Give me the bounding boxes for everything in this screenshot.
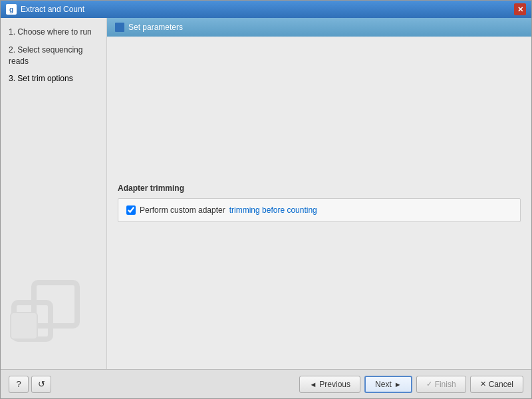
checkbox-label-part2: trimming before counting bbox=[229, 205, 317, 215]
panel-content: Adapter trimming Perform custom adapter … bbox=[107, 37, 531, 369]
adapter-section-title: Adapter trimming bbox=[118, 184, 521, 193]
svg-rect-2 bbox=[11, 313, 37, 339]
footer-right: ◄ Previous Next ► ✓ Finish ✕ Cancel bbox=[299, 376, 523, 393]
panel-header-icon bbox=[115, 23, 124, 32]
sidebar: 1. Choose where to run 2. Select sequenc… bbox=[1, 18, 107, 369]
sidebar-item-set-trim[interactable]: 3. Set trim options bbox=[1, 70, 106, 88]
finish-icon: ✓ bbox=[426, 380, 432, 388]
next-icon: ► bbox=[394, 380, 402, 388]
close-button[interactable]: ✕ bbox=[514, 3, 526, 15]
content-area: 1. Choose where to run 2. Select sequenc… bbox=[1, 18, 531, 369]
adapter-section-box: Perform custom adapter trimming before c… bbox=[118, 198, 521, 222]
title-bar-left: g Extract and Count bbox=[6, 4, 84, 15]
cancel-icon: ✕ bbox=[480, 380, 486, 388]
adapter-trimming-checkbox[interactable] bbox=[126, 205, 136, 215]
help-button[interactable]: ? bbox=[9, 376, 29, 393]
window-title: Extract and Count bbox=[21, 5, 84, 14]
panel-title: Set parameters bbox=[128, 23, 183, 32]
previous-button[interactable]: ◄ Previous bbox=[299, 376, 360, 393]
previous-icon: ◄ bbox=[309, 380, 317, 388]
adapter-checkbox-row: Perform custom adapter trimming before c… bbox=[126, 205, 512, 215]
adapter-section: Adapter trimming Perform custom adapter … bbox=[118, 184, 521, 222]
sidebar-items: 1. Choose where to run 2. Select sequenc… bbox=[1, 18, 107, 93]
app-icon: g bbox=[6, 4, 17, 15]
main-panel: Set parameters Adapter trimming Perform … bbox=[107, 18, 531, 369]
previous-label: Previous bbox=[319, 380, 350, 389]
footer-left: ? ↺ bbox=[9, 376, 51, 393]
finish-label: Finish bbox=[435, 380, 456, 389]
sidebar-item-choose-where[interactable]: 1. Choose where to run bbox=[1, 23, 106, 41]
panel-header: Set parameters bbox=[107, 18, 531, 37]
finish-button[interactable]: ✓ Finish bbox=[416, 376, 466, 393]
checkbox-label-part1: Perform custom adapter bbox=[140, 205, 225, 215]
footer: ? ↺ ◄ Previous Next ► ✓ Finish ✕ Cancel bbox=[1, 369, 531, 398]
next-button[interactable]: Next ► bbox=[364, 376, 412, 393]
reset-button[interactable]: ↺ bbox=[31, 376, 51, 393]
next-label: Next bbox=[375, 380, 392, 389]
watermark bbox=[7, 269, 87, 356]
main-window: g Extract and Count ✕ 1. Choose where to… bbox=[0, 0, 532, 399]
title-bar: g Extract and Count ✕ bbox=[1, 1, 531, 18]
cancel-button[interactable]: ✕ Cancel bbox=[470, 376, 523, 393]
sidebar-item-select-reads[interactable]: 2. Select sequencing reads bbox=[1, 41, 106, 70]
cancel-label: Cancel bbox=[489, 380, 513, 389]
